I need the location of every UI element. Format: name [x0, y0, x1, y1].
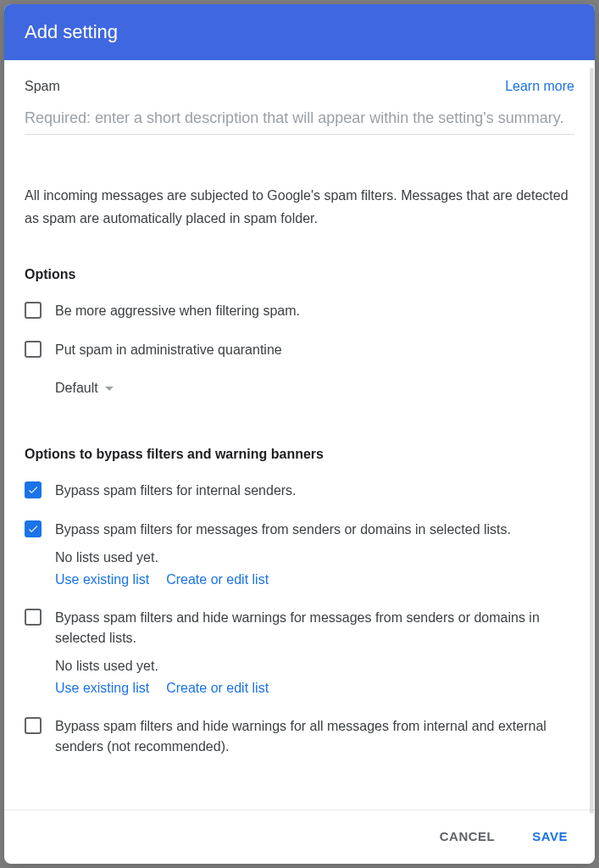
bypass-selected-row: Bypass spam filters for messages from se…: [25, 520, 574, 540]
list-links-row: Use existing list Create or edit list: [55, 681, 574, 696]
use-existing-list-link[interactable]: Use existing list: [55, 681, 149, 696]
cancel-button[interactable]: CANCEL: [433, 826, 502, 847]
options-heading: Options: [25, 267, 574, 282]
chevron-down-icon: [105, 387, 114, 391]
option-quarantine-label: Put spam in administrative quarantine: [55, 340, 282, 360]
bypass-selected-checkbox[interactable]: [25, 520, 42, 537]
no-lists-text: No lists used yet.: [55, 550, 574, 565]
list-links-row: Use existing list Create or edit list: [55, 572, 574, 587]
bypass-all-checkbox[interactable]: [25, 717, 42, 734]
bypass-all-label: Bypass spam filters and hide warnings fo…: [55, 716, 574, 757]
intro-text: All incoming messages are subjected to G…: [25, 184, 574, 230]
add-setting-dialog: Add setting Spam Learn more All incoming…: [4, 4, 595, 864]
bypass-selected-label: Bypass spam filters for messages from se…: [55, 520, 511, 540]
create-edit-list-link[interactable]: Create or edit list: [166, 572, 269, 587]
dialog-content: Spam Learn more All incoming messages ar…: [4, 60, 595, 810]
bypass-selected-lists: No lists used yet. Use existing list Cre…: [55, 550, 574, 587]
bypass-all-row: Bypass spam filters and hide warnings fo…: [25, 716, 574, 757]
description-input[interactable]: [25, 106, 574, 135]
option-aggressive-row: Be more aggressive when filtering spam.: [25, 301, 574, 321]
quarantine-dropdown[interactable]: Default: [55, 381, 574, 396]
bypass-hide-selected-checkbox[interactable]: [25, 609, 42, 626]
scrollbar[interactable]: [590, 68, 594, 814]
option-aggressive-label: Be more aggressive when filtering spam.: [55, 301, 300, 321]
learn-more-link[interactable]: Learn more: [505, 79, 574, 94]
bypass-internal-checkbox[interactable]: [25, 481, 42, 498]
save-button[interactable]: SAVE: [525, 826, 574, 847]
option-quarantine-checkbox[interactable]: [25, 341, 42, 358]
check-icon: [27, 523, 39, 535]
bypass-hide-selected-row: Bypass spam filters and hide warnings fo…: [25, 608, 574, 648]
dialog-footer: CANCEL SAVE: [4, 810, 595, 864]
bypass-heading: Options to bypass filters and warning ba…: [25, 447, 574, 462]
top-row: Spam Learn more: [25, 79, 574, 94]
use-existing-list-link[interactable]: Use existing list: [55, 572, 149, 587]
option-aggressive-checkbox[interactable]: [25, 302, 42, 319]
bypass-hide-selected-lists: No lists used yet. Use existing list Cre…: [55, 659, 574, 696]
no-lists-text: No lists used yet.: [55, 659, 574, 674]
bypass-hide-selected-label: Bypass spam filters and hide warnings fo…: [55, 608, 574, 648]
dialog-header: Add setting: [4, 4, 595, 60]
quarantine-dropdown-value: Default: [55, 381, 98, 396]
bypass-internal-row: Bypass spam filters for internal senders…: [25, 481, 574, 501]
bypass-internal-label: Bypass spam filters for internal senders…: [55, 481, 297, 501]
option-quarantine-row: Put spam in administrative quarantine: [25, 340, 574, 360]
dialog-title: Add setting: [25, 21, 118, 42]
create-edit-list-link[interactable]: Create or edit list: [166, 681, 269, 696]
section-label: Spam: [25, 79, 60, 94]
check-icon: [27, 484, 39, 496]
